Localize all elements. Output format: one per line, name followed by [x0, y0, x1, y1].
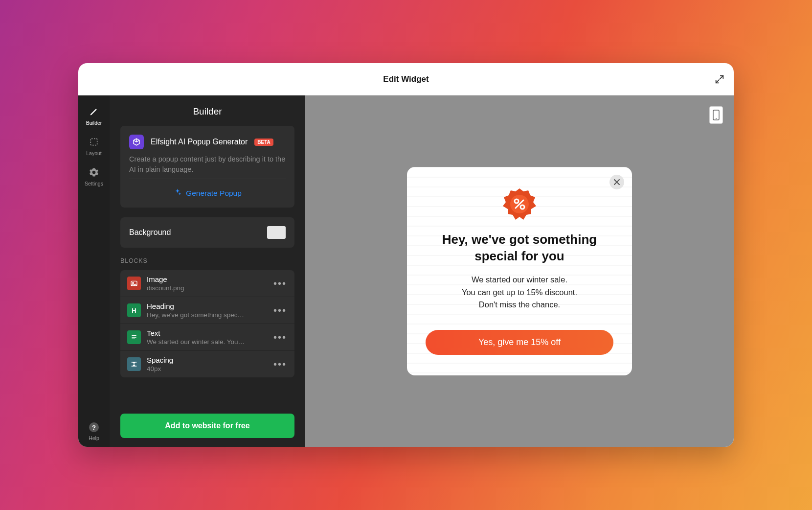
- panel-heading: Builder: [110, 95, 305, 126]
- rail-item-builder[interactable]: Builder: [78, 100, 110, 131]
- device-toggle-button[interactable]: [709, 106, 723, 124]
- rail-item-help[interactable]: ? Help: [78, 422, 110, 441]
- layout-icon: [89, 137, 99, 147]
- ai-sub: Create a popup content just by describin…: [129, 154, 286, 175]
- more-icon[interactable]: •••: [272, 332, 288, 343]
- discount-badge-icon: [503, 187, 536, 221]
- ai-card: Elfsight AI Popup Generator BETA Create …: [120, 126, 294, 208]
- block-subtitle: Hey, we've got something spec…: [147, 311, 267, 319]
- block-title: Image: [147, 275, 267, 283]
- preview-canvas: Hey, we've got something special for you…: [305, 95, 734, 447]
- blocks-section-label: BLOCKS: [120, 257, 294, 264]
- close-icon: [613, 179, 620, 185]
- block-type-icon: [127, 330, 141, 344]
- more-icon[interactable]: •••: [272, 359, 288, 370]
- block-subtitle: discount.png: [147, 284, 267, 292]
- rail-item-settings[interactable]: Settings: [78, 161, 110, 191]
- block-title: Spacing: [147, 356, 267, 364]
- help-icon: ?: [89, 422, 99, 432]
- rail-label: Builder: [86, 120, 102, 126]
- titlebar: Edit Widget: [78, 63, 734, 95]
- ai-logo-icon: [129, 135, 144, 149]
- popup-heading: Hey, we've got something special for you: [426, 232, 613, 265]
- rail: Builder Layout Settings ? Help: [78, 95, 110, 447]
- rail-label: Help: [89, 435, 99, 441]
- editor-body: Builder Layout Settings ? Help: [78, 95, 734, 447]
- popup-preview: Hey, we've got something special for you…: [407, 167, 632, 375]
- rail-label: Layout: [86, 150, 102, 156]
- panel-scroll[interactable]: Builder Elfsight AI Popup Generator BETA…: [110, 95, 305, 447]
- popup-text: We started our winter sale. You can get …: [426, 274, 613, 311]
- block-title: Heading: [147, 302, 267, 310]
- gear-icon: [89, 167, 99, 178]
- block-subtitle: 40px: [147, 365, 267, 372]
- builder-panel: Builder Elfsight AI Popup Generator BETA…: [110, 95, 305, 447]
- block-type-icon: [127, 277, 141, 290]
- popup-cta-button[interactable]: Yes, give me 15% off: [426, 330, 613, 355]
- page-title: Edit Widget: [383, 74, 429, 84]
- popup-close-button[interactable]: [609, 175, 624, 189]
- generate-popup-button[interactable]: Generate Popup: [129, 179, 286, 208]
- block-row[interactable]: Spacing40px•••: [120, 350, 294, 377]
- pencil-icon: [89, 106, 99, 117]
- expand-icon[interactable]: [714, 74, 725, 85]
- svg-rect-0: [90, 139, 97, 145]
- generate-label: Generate Popup: [186, 189, 242, 198]
- cta-bar: Add to website for free: [110, 405, 305, 447]
- more-icon[interactable]: •••: [272, 278, 288, 289]
- block-row[interactable]: Imagediscount.png•••: [120, 270, 294, 297]
- block-type-icon: [127, 357, 141, 371]
- svg-point-4: [716, 118, 717, 119]
- block-row[interactable]: TextWe started our winter sale. You…•••: [120, 324, 294, 350]
- background-label: Background: [129, 228, 171, 237]
- blocks-list: Imagediscount.png•••HHeadingHey, we've g…: [120, 270, 294, 377]
- block-type-icon: H: [127, 303, 141, 317]
- block-subtitle: We started our winter sale. You…: [147, 338, 267, 346]
- rail-item-layout[interactable]: Layout: [78, 131, 110, 161]
- phone-icon: [713, 110, 720, 120]
- ai-title: Elfsight AI Popup Generator: [151, 138, 248, 146]
- beta-badge: BETA: [254, 139, 273, 146]
- add-to-website-button[interactable]: Add to website for free: [120, 414, 294, 438]
- background-row[interactable]: Background: [120, 217, 294, 248]
- sparkle-icon: [173, 188, 182, 199]
- background-swatch: [267, 226, 286, 239]
- rail-label: Settings: [85, 181, 103, 186]
- block-title: Text: [147, 329, 267, 337]
- block-row[interactable]: HHeadingHey, we've got something spec…••…: [120, 297, 294, 324]
- more-icon[interactable]: •••: [272, 305, 288, 316]
- editor-window: Edit Widget Builder Layout: [78, 63, 734, 447]
